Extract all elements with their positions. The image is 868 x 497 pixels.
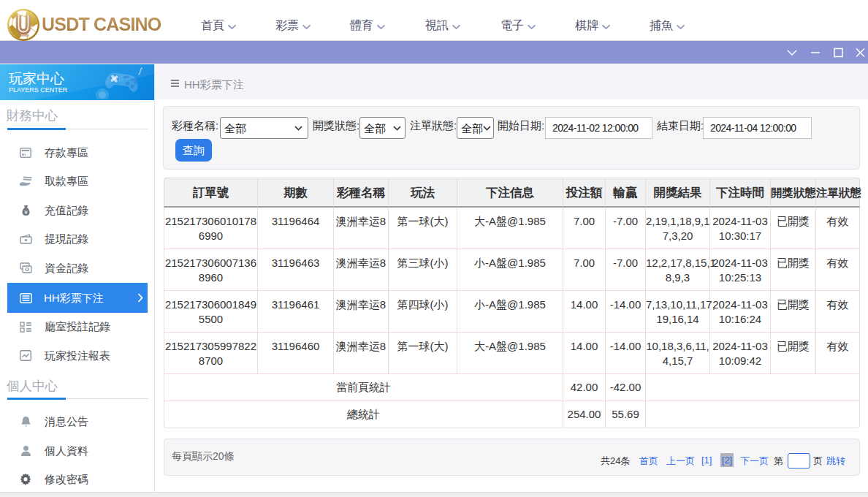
svg-text:casino: casino xyxy=(18,33,29,37)
